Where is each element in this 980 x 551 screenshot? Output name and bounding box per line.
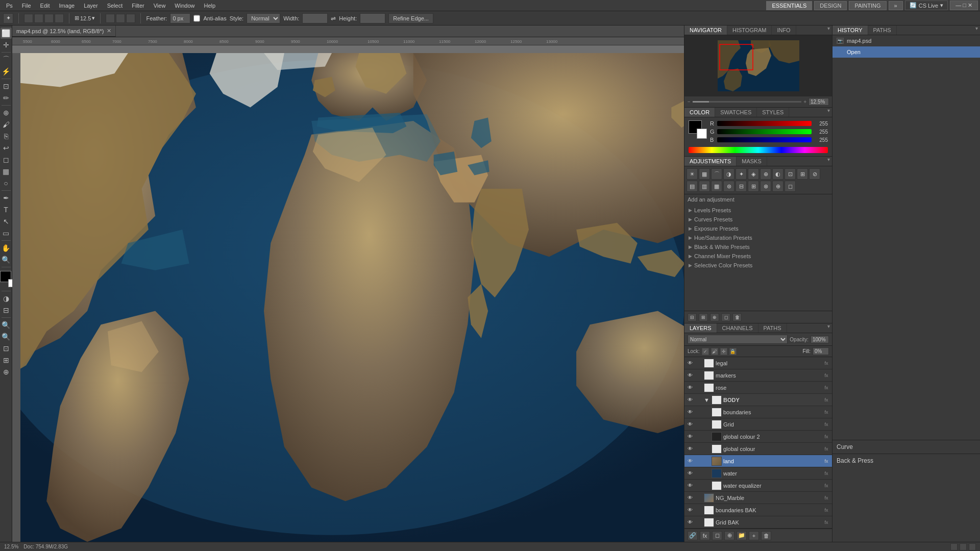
swap-icon[interactable]: ⇌ <box>331 15 336 22</box>
tool-path[interactable]: ↖ <box>1 216 12 227</box>
blend-mode-select[interactable]: Normal <box>688 335 788 344</box>
menu-view[interactable]: View <box>150 2 170 10</box>
adj-btn-threshold[interactable]: ▥ <box>699 181 710 192</box>
window-controls[interactable]: — □ ✕ <box>950 1 978 10</box>
zoom-out-icon[interactable]: − <box>688 99 691 105</box>
chain-rose[interactable] <box>695 384 702 391</box>
adj-btn-2-5[interactable]: ◻ <box>785 181 796 192</box>
lock-brush[interactable]: 🖌 <box>711 348 718 355</box>
chain-boundaries[interactable] <box>695 409 702 416</box>
color-bg-swatch[interactable] <box>697 129 707 139</box>
layer-group-btn[interactable]: 📁 <box>737 531 747 540</box>
tool-eraser[interactable]: ◻ <box>1 154 12 165</box>
feather-input[interactable] <box>170 13 190 23</box>
tool-move[interactable]: ✛ <box>1 39 12 51</box>
tab-styles[interactable]: STYLES <box>757 108 789 117</box>
fx-grid[interactable]: fx <box>823 421 830 428</box>
menu-filter[interactable]: Filter <box>128 2 148 10</box>
adj-btn-vibrance[interactable]: ✦ <box>736 168 747 180</box>
fx-boundaries[interactable]: fx <box>823 409 830 416</box>
workspace-painting[interactable]: PAINTING <box>849 1 886 10</box>
preset-hsl[interactable]: ▶ Hue/Saturation Presets <box>684 233 832 242</box>
menu-ps[interactable]: Ps <box>2 2 17 10</box>
adj-btn-hsl[interactable]: ◈ <box>748 168 759 180</box>
status-btn-2[interactable] <box>960 543 967 550</box>
workspace-more[interactable]: » <box>889 1 903 10</box>
color-spectrum-bar[interactable] <box>689 147 828 153</box>
eye-land[interactable]: 👁 <box>687 458 694 465</box>
mode-btn-2[interactable] <box>34 14 43 23</box>
adj-bottom-btn-3[interactable]: ⊕ <box>710 313 719 321</box>
adj-btn-2-1[interactable]: ⊟ <box>736 181 747 192</box>
layer-delete-btn[interactable]: 🗑 <box>761 531 771 540</box>
anti-alias-checkbox[interactable] <box>193 13 200 23</box>
layer-row-legal[interactable]: 👁 legal fx <box>684 357 832 369</box>
tool-crop[interactable]: ⊡ <box>1 81 12 92</box>
mode-btn-1[interactable] <box>24 14 33 23</box>
fill-input[interactable] <box>813 347 829 355</box>
status-btn-3[interactable] <box>969 543 976 550</box>
tool-text[interactable]: T <box>1 204 12 215</box>
tab-paths-2[interactable]: PATHS <box>868 26 897 35</box>
fx-legal[interactable]: fx <box>823 360 830 367</box>
adj-btn-brightness[interactable]: ☀ <box>687 168 698 180</box>
tool-extra-1[interactable]: 🔍 <box>1 319 12 331</box>
adj-btn-colbal[interactable]: ⊕ <box>760 168 771 180</box>
eye-water-eq[interactable]: 👁 <box>687 482 694 489</box>
menu-help[interactable]: Help <box>200 2 219 10</box>
fx-markers[interactable]: fx <box>823 372 830 379</box>
tab-histogram[interactable]: HISTOGRAM <box>727 26 772 35</box>
adj-btn-2-3[interactable]: ⊗ <box>760 181 771 192</box>
canvas-tab-close[interactable]: ✕ <box>107 28 111 34</box>
eye-water[interactable]: 👁 <box>687 470 694 477</box>
tool-screen-mode[interactable]: ⊟ <box>1 305 12 316</box>
fx-ng-marble[interactable]: fx <box>823 494 830 502</box>
preset-exposure[interactable]: ▶ Exposure Presets <box>684 224 832 233</box>
adj-btn-selcolor[interactable]: ⊛ <box>723 181 734 192</box>
tab-paths[interactable]: PATHS <box>758 323 787 333</box>
tool-shape[interactable]: ▭ <box>1 228 12 239</box>
tool-heal[interactable]: ⊕ <box>1 107 12 118</box>
adj-btn-chanmix[interactable]: ⊞ <box>797 168 808 180</box>
adj-btn-2-2[interactable]: ⊞ <box>748 181 759 192</box>
color-b-bar[interactable] <box>717 137 812 142</box>
extra-btn-2[interactable] <box>116 14 125 23</box>
eye-gc[interactable]: 👁 <box>687 445 694 453</box>
canvas-tab[interactable]: map4.psd @ 12.5% (land, RGB/8*) ✕ <box>12 26 116 37</box>
eye-ng-marble[interactable]: 👁 <box>687 494 694 502</box>
history-item-open[interactable]: Open <box>832 46 980 58</box>
chain-ng-marble[interactable] <box>695 494 702 502</box>
tool-pen[interactable]: ✒ <box>1 192 12 204</box>
layer-row-global-colour[interactable]: 👁 global colour fx <box>684 443 832 455</box>
extra-btn-3[interactable] <box>126 14 135 23</box>
adj-btn-exposure[interactable]: ◑ <box>723 168 734 180</box>
tool-lasso[interactable]: ⌒ <box>1 54 12 65</box>
fx-gc[interactable]: fx <box>823 445 830 453</box>
height-input[interactable] <box>360 13 385 23</box>
chain-gc2[interactable] <box>695 433 702 440</box>
layer-row-ng-marble[interactable]: 👁 NG_Marble fx <box>684 492 832 504</box>
layer-mask-btn[interactable]: ◻ <box>712 531 722 540</box>
chain-gc[interactable] <box>695 445 702 453</box>
navigator-collapse[interactable]: ▾ <box>825 26 832 35</box>
chain-markers[interactable] <box>695 372 702 379</box>
tool-magic-wand[interactable]: ⚡ <box>1 66 12 77</box>
workspace-essentials[interactable]: ESSENTIALS <box>766 1 812 10</box>
fx-water-eq[interactable]: fx <box>823 482 830 489</box>
menu-edit[interactable]: Edit <box>36 2 54 10</box>
tab-masks[interactable]: MASKS <box>737 157 767 166</box>
layer-row-body[interactable]: 👁 ▼ BODY fx <box>684 394 832 406</box>
adj-bottom-btn-5[interactable]: 🗑 <box>732 313 742 321</box>
adj-btn-curves[interactable]: ⌒ <box>711 168 722 180</box>
zoom-input[interactable] <box>808 98 829 106</box>
eye-grid-bak[interactable]: 👁 <box>687 519 694 526</box>
chain-water[interactable] <box>695 470 702 477</box>
eye-grid[interactable]: 👁 <box>687 421 694 428</box>
layers-collapse[interactable]: ▾ <box>825 323 832 333</box>
style-select[interactable]: Normal <box>247 13 280 23</box>
chain-land[interactable] <box>695 458 702 465</box>
tool-quick-mask[interactable]: ◑ <box>1 293 12 304</box>
tool-options-icon[interactable]: ✦ <box>3 13 13 23</box>
menu-image[interactable]: Image <box>55 2 79 10</box>
layer-row-land[interactable]: 👁 land fx <box>684 455 832 467</box>
